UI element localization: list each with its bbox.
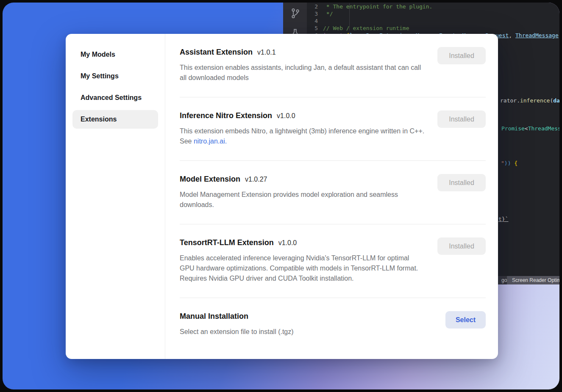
extension-name: Inference Nitro Extension (180, 110, 272, 121)
select-file-button[interactable]: Select (445, 311, 486, 329)
code-text: ThreadMessage (515, 32, 559, 39)
extension-name: Model Extension (180, 174, 240, 184)
sidebar-item-my-settings[interactable]: My Settings (72, 67, 158, 86)
code-fragment-promise: Promise<ThreadMessage> (501, 125, 559, 132)
extension-description: Enables accelerated inference leveraging… (180, 253, 426, 284)
extension-version: v1.0.0 (278, 239, 297, 247)
code-line-3: 3 */ (307, 10, 559, 17)
extension-version: v1.0.27 (245, 176, 267, 183)
screen-reader-optimized-badge[interactable]: Screen Reader Optimized (507, 276, 559, 284)
code-text: , (509, 32, 515, 39)
code-line-4: 4 (307, 17, 559, 25)
sidebar-item-label: Advanced Settings (81, 94, 142, 102)
source-control-icon[interactable] (289, 8, 301, 19)
line-number: 4 (307, 17, 318, 25)
manual-installation-row: Manual Installation Select an extension … (180, 298, 486, 351)
desktop-wallpaper: 2 * The entrypoint for the plugin. 3 */ … (3, 3, 559, 389)
extension-row-assistant: Assistant Extension v1.0.1 This extensio… (180, 34, 486, 97)
extension-name: Assistant Extension (180, 47, 253, 57)
code-text: , (559, 32, 559, 39)
settings-modal: My Models My Settings Advanced Settings … (66, 34, 498, 359)
line-number: 3 (307, 10, 318, 17)
code-text: * The entrypoint for the plugin. (323, 3, 432, 10)
extension-row-model: Model Extension v1.0.27 Model Management… (180, 161, 486, 224)
extensions-list: Assistant Extension v1.0.1 This extensio… (165, 34, 498, 359)
nitro-jan-ai-link[interactable]: nitro.jan.ai. (194, 138, 227, 145)
code-fragment-inference: rator.inference(data)); (500, 97, 559, 104)
installed-button[interactable]: Installed (437, 237, 486, 255)
line-number: 5 (307, 25, 318, 32)
manual-installation-title: Manual Installation (180, 311, 248, 321)
extension-description: Model Management Extension provides mode… (180, 190, 426, 210)
sidebar-item-label: My Settings (81, 72, 119, 80)
installed-button[interactable]: Installed (437, 174, 486, 191)
code-line-5: 5// Web / extension runtime (307, 25, 559, 32)
code-text: */ (323, 10, 333, 17)
sidebar-item-extensions[interactable]: Extensions (72, 110, 158, 129)
extension-row-inference-nitro: Inference Nitro Extension v1.0.0 This ex… (180, 97, 486, 161)
sidebar-item-label: Extensions (81, 116, 117, 123)
sidebar-item-my-models[interactable]: My Models (72, 45, 158, 64)
sidebar-item-label: My Models (81, 51, 115, 58)
status-bar-text: go (501, 277, 507, 283)
installed-button[interactable]: Installed (437, 47, 486, 64)
code-line-2: 2 * The entrypoint for the plugin. (307, 3, 559, 10)
code-fragment-template-end: t}` (498, 216, 508, 222)
code-text: // Web / extension runtime (323, 25, 409, 32)
extension-version: v1.0.0 (277, 112, 295, 120)
extension-name: TensortRT-LLM Extension (180, 237, 274, 248)
sidebar-item-advanced-settings[interactable]: Advanced Settings (72, 88, 158, 107)
installed-button[interactable]: Installed (437, 110, 486, 128)
code-fragment-brace: ")) { (501, 160, 517, 166)
line-number: 2 (307, 3, 318, 10)
settings-sidebar: My Models My Settings Advanced Settings … (66, 34, 165, 359)
extension-version: v1.0.1 (257, 49, 276, 56)
extension-row-tensorrt-llm: TensortRT-LLM Extension v1.0.0 Enables a… (180, 224, 486, 298)
manual-installation-description: Select an extension file to install (.tg… (180, 327, 294, 337)
extension-description: This extension embeds Nitro, a lightweig… (180, 126, 426, 146)
extension-description: This extension enables assistants, inclu… (180, 63, 426, 83)
